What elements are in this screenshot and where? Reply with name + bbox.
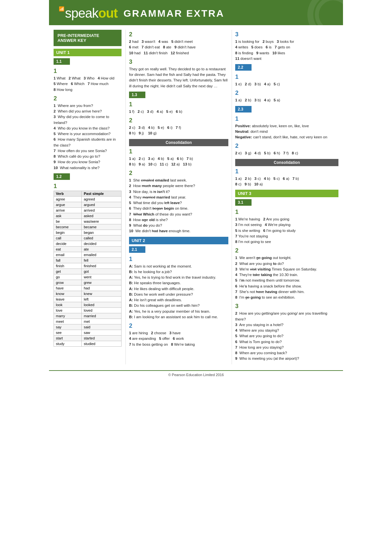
mid-sec2-num: 2: [129, 31, 228, 38]
table-cell: argue: [54, 202, 82, 207]
table-cell: asked: [82, 213, 122, 218]
mid-consol-sec1-content: 1 a) 2 c) 3 a) 4 b) 5 a) 6 b) 7 b) 8 b) …: [129, 156, 228, 167]
mid-consol-sec2-num: 2: [129, 170, 228, 177]
sub-header-1-1: 1.1: [54, 58, 70, 65]
positive-label: Positive:: [235, 124, 251, 128]
sub-header-3-1: 3.1: [235, 199, 252, 206]
table-cell: love: [54, 307, 82, 313]
table-row: agreeagreed: [54, 196, 122, 202]
unit3-header: UNIT 3: [235, 190, 338, 197]
section-num-1: 1: [54, 68, 122, 75]
table-cell: email: [54, 252, 82, 257]
table-cell: arrive: [54, 207, 82, 213]
u2-2-sec1-num: 1: [235, 74, 338, 80]
neutral-label: Neutral:: [235, 130, 249, 133]
table-cell: met: [82, 319, 122, 324]
table-cell: have: [54, 285, 82, 291]
u2-3-sec2-num: 2: [235, 143, 338, 149]
table-cell: was/were: [82, 218, 122, 224]
u2-sec1-num: 1: [129, 256, 228, 263]
table-row: arrivearrived: [54, 207, 122, 213]
u2-2-sec1-content: 1 e) 2 d) 3 b) 4 a) 5 c): [235, 81, 338, 87]
u2-2-sec2-num: 2: [235, 90, 338, 96]
header-title: GRAMMAR EXTRA: [123, 8, 224, 19]
table-cell: grew: [82, 280, 122, 285]
section-num-2: 2: [54, 95, 122, 102]
mid-consol-sec1-num: 1: [129, 148, 228, 155]
table-cell: began: [82, 230, 122, 235]
table-cell: left: [82, 296, 122, 302]
table-row: seesaw: [54, 330, 122, 335]
logo-speak: speak: [65, 6, 98, 21]
table-cell: emailed: [82, 252, 122, 257]
s1-q3: 8 How long: [54, 88, 73, 92]
table-cell: argued: [82, 202, 122, 207]
table-cell: agreed: [82, 196, 122, 202]
u3-sec2-content: 1 We aren't go going out tonight. 2 What…: [235, 255, 338, 300]
table-row: bewas/were: [54, 218, 122, 224]
svg-point-1: [317, 0, 343, 25]
left-column: PRE-INTERMEDIATE ANSWER KEY UNIT 1 1.1 1…: [54, 30, 125, 364]
past-simple-col-header: Past simple: [82, 191, 122, 196]
negative-label: Negative:: [235, 135, 252, 139]
section-num-1b: 1: [54, 183, 122, 190]
table-cell: became: [82, 224, 122, 230]
consol2-sec1-content: 1 a) 2 b) 3 c) 4 b) 5 c) 6 a) 7 b) 8 c) …: [235, 176, 338, 187]
table-cell: be: [54, 218, 82, 224]
table-cell: see: [54, 330, 82, 335]
table-cell: meet: [54, 319, 82, 324]
answer-key-label: PRE-INTERMEDIATE ANSWER KEY: [54, 30, 122, 46]
u3-sec3-num: 3: [235, 303, 338, 310]
mid-sec3-num: 3: [129, 59, 228, 65]
table-cell: go: [54, 274, 82, 280]
copyright-text: © Pearson Education Limited 2016: [168, 373, 224, 377]
table-cell: said: [82, 324, 122, 330]
table-cell: called: [82, 235, 122, 241]
table-row: decidedecided: [54, 241, 122, 246]
table-cell: got: [82, 269, 122, 274]
mid-1-3-sec1-num: 1: [129, 101, 228, 108]
s1-q1: 1 What 2 What 3 Who 4 How old: [54, 76, 114, 80]
table-row: beginbegan: [54, 230, 122, 235]
table-cell: start: [54, 335, 82, 341]
table-row: growgrew: [54, 280, 122, 285]
u2-sec2-content: 1 are hiring 2 choose 3 have 4 are expan…: [129, 330, 228, 347]
right-column: 3 1 is looking for 2 buys 3 looks for 4 …: [232, 30, 338, 364]
table-cell: saw: [82, 330, 122, 335]
u2-3-sec1-content: Positive: absolutely love, keen on, like…: [235, 123, 338, 140]
table-cell: married: [82, 313, 122, 319]
table-cell: knew: [82, 291, 122, 296]
table-row: emailemailed: [54, 252, 122, 257]
table-row: eatate: [54, 246, 122, 252]
table-cell: get: [54, 269, 82, 274]
table-cell: had: [82, 285, 122, 291]
table-cell: ask: [54, 213, 82, 218]
table-row: meetmet: [54, 319, 122, 324]
table-cell: begin: [54, 230, 82, 235]
table-row: askasked: [54, 213, 122, 218]
table-row: saysaid: [54, 324, 122, 330]
consolidation2-label: Consolidation: [235, 159, 338, 166]
page-header: 📶 speakout GRAMMAR EXTRA: [49, 0, 343, 25]
table-cell: looked: [82, 302, 122, 307]
table-cell: arrived: [82, 207, 122, 213]
middle-column: 2 2 had 3 wasn't 4 was 5 didn't meet 6 m…: [125, 30, 232, 364]
table-cell: started: [82, 335, 122, 341]
table-cell: went: [82, 274, 122, 280]
table-cell: look: [54, 302, 82, 307]
table-row: fallfell: [54, 257, 122, 263]
table-row: getgot: [54, 269, 122, 274]
table-cell: say: [54, 324, 82, 330]
table-row: leaveleft: [54, 296, 122, 302]
table-cell: become: [54, 224, 82, 230]
right-sec3-content: 1 is looking for 2 buys 3 looks for 4 wr…: [235, 39, 338, 61]
table-row: finishfinished: [54, 263, 122, 269]
footer: © Pearson Education Limited 2016: [49, 370, 343, 379]
s1-q2: 5 Where 6 Which 7 How much: [54, 82, 108, 86]
logo: 📶 speakout: [59, 6, 118, 21]
table-cell: study: [54, 341, 82, 346]
table-row: startstarted: [54, 335, 122, 341]
u2-sec2-num: 2: [129, 322, 228, 329]
table-cell: decided: [82, 241, 122, 246]
table-cell: call: [54, 235, 82, 241]
